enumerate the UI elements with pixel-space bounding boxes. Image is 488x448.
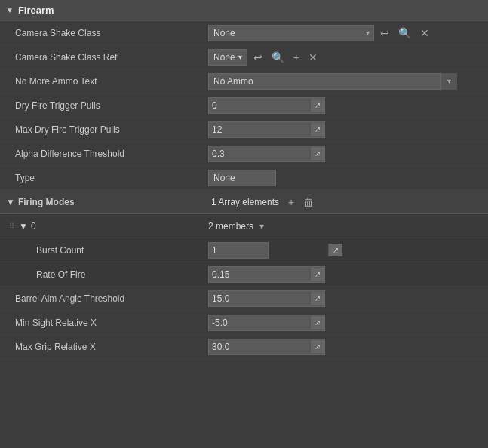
- no-ammo-input-wrapper: ▾: [208, 73, 457, 90]
- value-min-sight-relative-x: ↗: [205, 312, 488, 333]
- label-camera-shake-class: Camera Shake Class: [0, 25, 205, 41]
- camera-shake-class-dropdown[interactable]: None ▾: [208, 25, 374, 41]
- rate-of-fire-input[interactable]: [209, 267, 310, 282]
- max-dry-fire-input[interactable]: [209, 122, 310, 137]
- max-dry-fire-expand-btn[interactable]: ↗: [310, 123, 324, 136]
- row-min-sight-relative-x: Min Sight Relative X ↗: [0, 311, 488, 335]
- row-alpha-difference-threshold: Alpha Difference Threshold ↗: [0, 142, 488, 166]
- label-no-more-ammo-text: No More Ammo Text: [0, 73, 205, 90]
- camera-shake-ref-dropdown[interactable]: None ▾: [208, 49, 247, 66]
- rate-of-fire-wrapper: ↗: [208, 266, 325, 283]
- value-firing-modes: 1 Array elements + 🗑: [205, 192, 488, 212]
- row-no-more-ammo-text: No More Ammo Text ▾: [0, 69, 488, 94]
- close-button[interactable]: ✕: [417, 26, 432, 41]
- label-firing-modes: ▼ Firing Modes: [0, 194, 205, 210]
- barrel-aim-expand-btn[interactable]: ↗: [310, 292, 324, 305]
- value-no-more-ammo-text: ▾: [205, 71, 488, 92]
- min-sight-expand-btn[interactable]: ↗: [310, 316, 324, 329]
- label-max-grip-relative-x: Max Grip Relative X: [0, 339, 205, 355]
- label-camera-shake-class-ref: Camera Shake Class Ref: [0, 49, 205, 66]
- burst-count-input[interactable]: [209, 243, 328, 258]
- max-grip-input[interactable]: [209, 339, 310, 354]
- label-dry-fire-trigger-pulls: Dry Fire Trigger Pulls: [0, 97, 205, 114]
- burst-count-wrapper: ↗: [208, 242, 269, 259]
- label-max-dry-fire-trigger-pulls: Max Dry Fire Trigger Pulls: [0, 121, 205, 138]
- min-sight-wrapper: ↗: [208, 315, 325, 331]
- section-header-firearm[interactable]: ▼ Firearm: [0, 0, 488, 21]
- row-firing-modes-header: ▼ Firing Modes 1 Array elements + 🗑: [0, 190, 488, 214]
- add-array-element-button[interactable]: +: [285, 195, 297, 210]
- label-barrel-aim-angle: Barrel Aim Angle Threshold: [0, 290, 205, 307]
- alpha-diff-input-wrapper: ↗: [208, 146, 325, 162]
- label-min-sight-relative-x: Min Sight Relative X: [0, 315, 205, 331]
- value-camera-shake-class-ref: None ▾ ↩ 🔍 + ✕: [205, 47, 488, 68]
- value-camera-shake-class: None ▾ ↩ 🔍 ✕: [205, 23, 488, 44]
- value-rate-of-fire: ↗: [205, 264, 488, 285]
- max-grip-wrapper: ↗: [208, 339, 325, 355]
- members-count-text: 2 members: [208, 221, 253, 232]
- chevron-down-icon: ▾: [238, 53, 242, 61]
- label-burst-count: Burst Count: [0, 242, 205, 259]
- type-input[interactable]: [208, 170, 276, 186]
- row-max-grip-relative-x: Max Grip Relative X ↗: [0, 335, 488, 359]
- label-alpha-difference-threshold: Alpha Difference Threshold: [0, 146, 205, 162]
- label-members-0: ⠿ ▼ 0: [0, 218, 205, 235]
- section-title: Firearm: [18, 5, 54, 16]
- label-rate-of-fire: Rate Of Fire: [0, 266, 205, 283]
- no-ammo-input[interactable]: [208, 73, 457, 90]
- alpha-diff-input[interactable]: [209, 146, 310, 161]
- value-alpha-difference-threshold: ↗: [205, 143, 488, 164]
- row-burst-count: Burst Count ↗: [0, 238, 488, 262]
- drag-icon: ⠿: [9, 222, 14, 230]
- row-camera-shake-class-ref: Camera Shake Class Ref None ▾ ↩ 🔍 + ✕: [0, 45, 488, 69]
- close-button-ref[interactable]: ✕: [305, 50, 321, 65]
- burst-count-expand-btn[interactable]: ↗: [328, 244, 342, 256]
- camera-shake-class-select[interactable]: None: [208, 25, 374, 41]
- member-collapse-icon: ▼: [19, 221, 28, 232]
- label-type: Type: [0, 170, 205, 186]
- arrow-back-button[interactable]: ↩: [377, 26, 392, 41]
- firing-modes-collapse-icon: ▼: [6, 197, 15, 207]
- rate-of-fire-expand-btn[interactable]: ↗: [310, 268, 324, 281]
- row-type: Type: [0, 166, 488, 190]
- row-dry-fire-trigger-pulls: Dry Fire Trigger Pulls ↗: [0, 94, 488, 118]
- value-members-0: 2 members ▾: [205, 216, 269, 236]
- alpha-diff-expand-btn[interactable]: ↗: [310, 147, 324, 160]
- value-type: [205, 167, 488, 189]
- row-barrel-aim-angle: Barrel Aim Angle Threshold ↗: [0, 287, 488, 311]
- max-grip-expand-btn[interactable]: ↗: [310, 340, 324, 353]
- value-dry-fire-trigger-pulls: ↗: [205, 95, 488, 116]
- chevron-down-icon: ▾: [447, 77, 451, 85]
- row-camera-shake-class: Camera Shake Class None ▾ ↩ 🔍 ✕: [0, 21, 488, 45]
- arrow-back-button-ref[interactable]: ↩: [250, 50, 265, 65]
- array-elements-label: 1 Array elements: [208, 195, 282, 210]
- value-max-dry-fire-trigger-pulls: ↗: [205, 119, 488, 140]
- row-max-dry-fire-trigger-pulls: Max Dry Fire Trigger Pulls ↗: [0, 118, 488, 142]
- dry-fire-input[interactable]: [209, 98, 310, 113]
- search-button[interactable]: 🔍: [395, 26, 414, 41]
- plus-button-ref[interactable]: +: [290, 50, 302, 65]
- value-max-grip-relative-x: ↗: [205, 336, 488, 357]
- dry-fire-expand-btn[interactable]: ↗: [310, 99, 324, 112]
- no-ammo-dropdown-arrow[interactable]: ▾: [440, 73, 457, 90]
- min-sight-input[interactable]: [209, 315, 310, 330]
- value-burst-count: ↗: [205, 240, 488, 261]
- barrel-aim-input[interactable]: [209, 291, 310, 306]
- max-dry-fire-input-wrapper: ↗: [208, 121, 325, 138]
- delete-array-element-button[interactable]: 🗑: [300, 195, 317, 210]
- value-barrel-aim-angle: ↗: [205, 288, 488, 309]
- row-members-0: ⠿ ▼ 0 2 members ▾: [0, 214, 488, 238]
- row-rate-of-fire: Rate Of Fire ↗: [0, 262, 488, 287]
- barrel-aim-wrapper: ↗: [208, 290, 325, 307]
- collapse-arrow-icon: ▼: [6, 6, 14, 14]
- dry-fire-input-wrapper: ↗: [208, 97, 325, 114]
- search-button-ref[interactable]: 🔍: [269, 50, 287, 65]
- property-panel: ▼ Firearm Camera Shake Class None ▾ ↩ 🔍 …: [0, 0, 488, 359]
- members-expand-btn[interactable]: ▾: [258, 219, 265, 233]
